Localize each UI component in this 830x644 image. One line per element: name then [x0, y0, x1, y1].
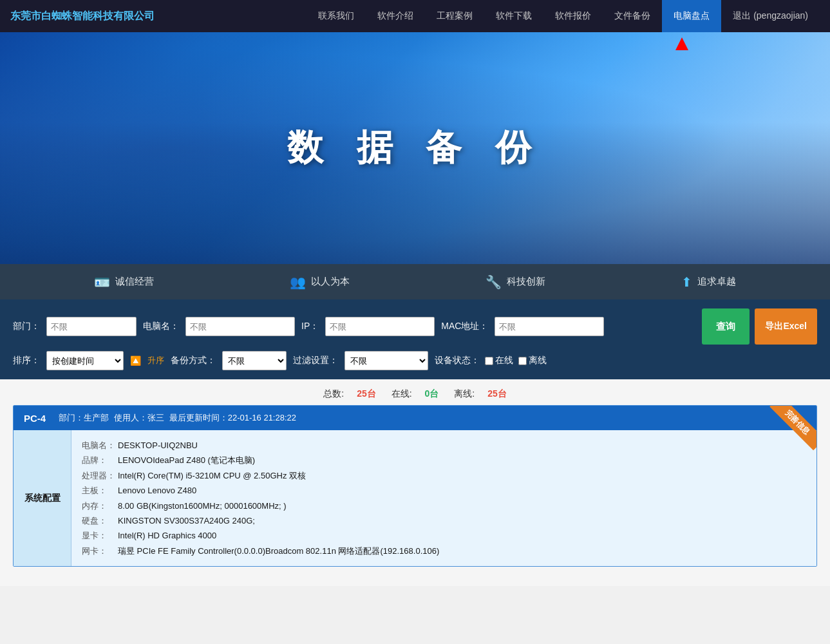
- pcname-input[interactable]: [185, 317, 295, 336]
- detail-key-hdd: 硬盘：: [82, 513, 115, 528]
- backup-select[interactable]: 不限: [222, 351, 287, 370]
- export-button[interactable]: 导出Excel: [755, 308, 817, 345]
- sort-arrow-icon: 🔼: [130, 355, 141, 366]
- detail-val-pcname: DESKTOP-UIQ2NBU: [118, 438, 198, 453]
- pc-card-body: 系统配置 电脑名： DESKTOP-UIQ2NBU 品牌： LENOVOIdea…: [14, 430, 816, 566]
- detail-key-nic: 网卡：: [82, 544, 115, 558]
- detail-val-nic: 瑞昱 PCIe FE Family Controller(0.0.0.0)Bro…: [118, 544, 439, 558]
- detail-key-ram: 内存：: [82, 498, 115, 513]
- arrow-pointer-icon: [675, 37, 688, 50]
- detail-key-board: 主板：: [82, 483, 115, 498]
- mac-label: MAC地址：: [441, 321, 488, 332]
- detail-brand: 品牌： LENOVOIdeaPad Z480 (笔记本电脑): [82, 453, 806, 468]
- value-integrity: 🪪 诚信经营: [94, 274, 154, 290]
- stats-bar: 总数:25台 在线:0台 离线:25台: [0, 379, 830, 405]
- filter-select[interactable]: 不限: [344, 351, 428, 370]
- device-status-group: 设备状态： 在线 离线: [435, 355, 547, 366]
- section-label: 系统配置: [14, 430, 71, 566]
- detail-ram: 内存： 8.00 GB(Kingston1600MHz; 00001600MHz…: [82, 498, 806, 513]
- detail-key-pcname: 电脑名：: [82, 438, 115, 453]
- detail-val-gpu: Intel(R) HD Graphics 4000: [118, 528, 216, 543]
- detail-val-brand: LENOVOIdeaPad Z480 (笔记本电脑): [118, 453, 255, 468]
- complete-badge-text: 完善信息: [769, 406, 816, 450]
- nav-cases[interactable]: 工程案例: [425, 0, 484, 32]
- nav-menu: 联系我们 软件介绍 工程案例 软件下载 软件报价 文件备份 电脑盘点 退出 (p…: [307, 0, 820, 32]
- online-stats-label: 在线:: [391, 388, 412, 399]
- nav-backup[interactable]: 文件备份: [603, 0, 662, 32]
- values-bar: 🪪 诚信经营 👥 以人为本 🔧 科技创新 ⬆ 追求卓越: [0, 264, 830, 299]
- mac-input[interactable]: [495, 317, 604, 336]
- online-checkbox[interactable]: [485, 357, 493, 365]
- detail-cpu: 处理器： Intel(R) Core(TM) i5-3210M CPU @ 2.…: [82, 468, 806, 483]
- nav-software-intro[interactable]: 软件介绍: [366, 0, 425, 32]
- complete-badge: 完善信息: [765, 406, 816, 457]
- offline-stats-label: 离线:: [454, 388, 475, 399]
- detail-hdd: 硬盘： KINGSTON SV300S37A240G 240G;: [82, 513, 806, 528]
- value-integrity-label: 诚信经营: [115, 276, 154, 288]
- detail-val-hdd: KINGSTON SV300S37A240G 240G;: [118, 513, 255, 528]
- hero-banner: 数 据 备 份: [0, 32, 830, 264]
- value-innovation-label: 科技创新: [507, 276, 545, 288]
- hero-title: 数 据 备 份: [287, 124, 543, 173]
- offline-label: 离线: [529, 355, 547, 366]
- detail-val-ram: 8.00 GB(Kingston1600MHz; 00001600MHz; ): [118, 498, 287, 513]
- pc-dept: 部门：生产部: [59, 412, 109, 424]
- nav-inventory[interactable]: 电脑盘点: [662, 0, 721, 32]
- nav-logout[interactable]: 退出 (pengzaojian): [721, 0, 820, 32]
- status-label: 设备状态：: [435, 355, 480, 366]
- search-panel: 部门： 电脑名： IP： MAC地址： 查询 导出Excel 排序： 按创建时间…: [0, 299, 830, 379]
- sort-select[interactable]: 按创建时间: [46, 351, 124, 370]
- data-table-area: PC-4 部门：生产部 使用人：张三 最后更新时间：22-01-16 21:28…: [0, 405, 830, 586]
- detail-key-gpu: 显卡：: [82, 528, 115, 543]
- pc-details: 电脑名： DESKTOP-UIQ2NBU 品牌： LENOVOIdeaPad Z…: [71, 430, 816, 566]
- action-buttons: 查询 导出Excel: [702, 308, 817, 345]
- pc-id: PC-4: [24, 413, 46, 424]
- ip-input[interactable]: [325, 317, 435, 336]
- offline-count: 25台: [487, 388, 507, 399]
- total-count: 25台: [357, 388, 376, 399]
- sort-label: 排序：: [13, 355, 40, 366]
- online-checkbox-label[interactable]: 在线: [485, 355, 513, 366]
- offline-checkbox-label[interactable]: 离线: [518, 355, 547, 366]
- query-button[interactable]: 查询: [702, 308, 750, 345]
- nav-pricing[interactable]: 软件报价: [543, 0, 603, 32]
- dept-label: 部门：: [13, 321, 40, 332]
- pcname-label: 电脑名：: [143, 321, 179, 332]
- search-row-1: 部门： 电脑名： IP： MAC地址： 查询 导出Excel: [13, 308, 817, 345]
- online-count: 0台: [425, 388, 439, 399]
- detail-val-board: Lenovo Lenovo Z480: [118, 483, 196, 498]
- value-innovation: 🔧 科技创新: [486, 274, 545, 290]
- total-label: 总数:: [323, 388, 344, 399]
- detail-key-cpu: 处理器：: [82, 468, 115, 483]
- ip-label: IP：: [301, 321, 319, 332]
- backup-label: 备份方式：: [171, 355, 216, 366]
- detail-nic: 网卡： 瑞昱 PCIe FE Family Controller(0.0.0.0…: [82, 544, 806, 558]
- value-excellence: ⬆ 追求卓越: [681, 274, 736, 290]
- detail-val-cpu: Intel(R) Core(TM) i5-3210M CPU @ 2.50GHz…: [118, 468, 306, 483]
- value-people: 👥 以人为本: [290, 274, 350, 290]
- innovation-icon: 🔧: [486, 274, 502, 290]
- detail-board: 主板： Lenovo Lenovo Z480: [82, 483, 806, 498]
- online-label: 在线: [495, 355, 513, 366]
- nav-contact[interactable]: 联系我们: [307, 0, 366, 32]
- dept-input[interactable]: [46, 317, 137, 336]
- pc-update-time: 最后更新时间：22-01-16 21:28:22: [169, 412, 296, 424]
- value-people-label: 以人为本: [311, 276, 350, 288]
- detail-pcname: 电脑名： DESKTOP-UIQ2NBU: [82, 438, 806, 453]
- sort-order-label[interactable]: 升序: [147, 355, 164, 366]
- nav-download[interactable]: 软件下载: [484, 0, 543, 32]
- people-icon: 👥: [290, 274, 306, 290]
- offline-checkbox[interactable]: [518, 357, 527, 365]
- search-row-2: 排序： 按创建时间 🔼 升序 备份方式： 不限 过滤设置： 不限 设备状态： 在…: [13, 351, 817, 370]
- detail-key-brand: 品牌：: [82, 453, 115, 468]
- pc-user: 使用人：张三: [114, 412, 164, 424]
- detail-gpu: 显卡： Intel(R) HD Graphics 4000: [82, 528, 806, 543]
- integrity-icon: 🪪: [94, 274, 110, 290]
- navigation: 东莞市白蜘蛛智能科技有限公司 联系我们 软件介绍 工程案例 软件下载 软件报价 …: [0, 0, 830, 32]
- value-excellence-label: 追求卓越: [697, 276, 736, 288]
- pc-card-header: PC-4 部门：生产部 使用人：张三 最后更新时间：22-01-16 21:28…: [14, 406, 816, 430]
- company-logo: 东莞市白蜘蛛智能科技有限公司: [10, 10, 155, 23]
- excellence-icon: ⬆: [681, 274, 692, 290]
- filter-label: 过滤设置：: [293, 355, 338, 366]
- pc-card: PC-4 部门：生产部 使用人：张三 最后更新时间：22-01-16 21:28…: [13, 405, 817, 567]
